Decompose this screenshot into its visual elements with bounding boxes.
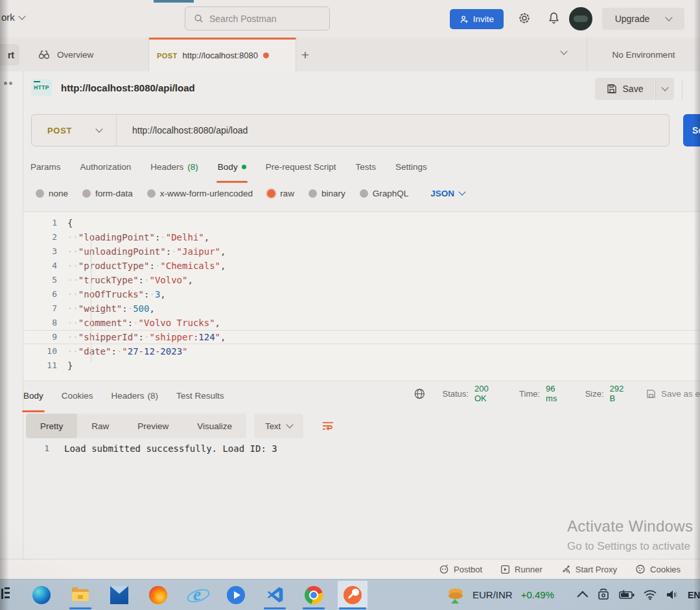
- view-raw[interactable]: Raw: [77, 414, 123, 438]
- mode-binary[interactable]: binary: [309, 187, 345, 200]
- save-as-example-button[interactable]: Save as e: [646, 389, 700, 399]
- taskbar-vscode[interactable]: [260, 581, 290, 609]
- tab-pre-request-script[interactable]: Pre-request Script: [266, 156, 336, 178]
- tab-headers[interactable]: Headers (8): [150, 156, 198, 178]
- view-pretty[interactable]: Pretty: [26, 414, 77, 438]
- mode-none[interactable]: none: [36, 187, 68, 200]
- code-line[interactable]: 1{: [23, 216, 700, 230]
- currency-ticker-icon[interactable]: [447, 587, 464, 604]
- request-body-editor[interactable]: 1{2··"loadingPoint":·"Delhi",3··"unloadi…: [23, 211, 700, 381]
- file-explorer-icon: [71, 586, 89, 604]
- taskbar-chrome[interactable]: [299, 581, 329, 609]
- mode-graphql[interactable]: GraphQL: [360, 187, 409, 200]
- url-input[interactable]: [117, 124, 669, 136]
- meet-now-icon[interactable]: [596, 589, 611, 602]
- code-line[interactable]: 6··"noOfTrucks":·3,: [23, 287, 700, 301]
- user-avatar[interactable]: [569, 7, 592, 30]
- code-line[interactable]: 3··"unloadingPoint":·"Jaipur",: [23, 244, 700, 259]
- tab-tests[interactable]: Tests: [355, 156, 376, 178]
- cookies-button[interactable]: Cookies: [635, 564, 681, 574]
- save-button[interactable]: Save: [595, 78, 655, 100]
- response-tab-cookies[interactable]: Cookies: [62, 384, 93, 407]
- currency-change[interactable]: +0.49%: [521, 589, 554, 600]
- sidebar-dots-handle[interactable]: [4, 82, 17, 87]
- postbot-button[interactable]: Postbot: [439, 564, 482, 574]
- code-line[interactable]: 5··"truckType":·"Volvo",: [23, 273, 700, 287]
- truncated-left-button[interactable]: rt: [0, 44, 19, 65]
- response-body[interactable]: 1 Load submitted successfully. Load ID: …: [23, 443, 277, 454]
- taskbar-edge[interactable]: [27, 581, 56, 609]
- chrome-icon: [305, 586, 323, 604]
- tray-expand-chevron[interactable]: [577, 591, 588, 602]
- view-visualize[interactable]: Visualize: [183, 414, 246, 438]
- wrap-text-button[interactable]: [316, 414, 340, 438]
- tab-body[interactable]: Body: [218, 156, 246, 178]
- speaker-icon[interactable]: [666, 589, 679, 600]
- response-tab-headers[interactable]: Headers (8): [111, 384, 159, 407]
- language-selector[interactable]: JSON: [430, 187, 465, 200]
- settings-gear-button[interactable]: [517, 11, 531, 25]
- search-input[interactable]: Search Postman: [185, 6, 330, 30]
- runner-button[interactable]: Runner: [500, 565, 542, 574]
- unsaved-changes-dot: [263, 53, 269, 58]
- line-number: 3: [23, 244, 57, 259]
- code-line[interactable]: 9··"shipperId":·"shipper:124",: [23, 330, 700, 344]
- request-tab-bar: rt Overview POST http://localhost:8080 +…: [0, 38, 700, 72]
- view-preview[interactable]: Preview: [123, 414, 183, 438]
- language-indicator[interactable]: ENG: [688, 590, 700, 600]
- mode-form-data[interactable]: form-data: [82, 187, 133, 200]
- vscode-icon: [266, 586, 284, 604]
- tab-active-request[interactable]: POST http://localhost:8080: [149, 38, 296, 71]
- truncated-taskbar-icon[interactable]: [1, 587, 12, 602]
- wifi-icon[interactable]: [643, 589, 657, 600]
- taskbar-file-explorer[interactable]: [65, 581, 95, 609]
- taskbar-movies-tv[interactable]: [221, 581, 251, 609]
- code-line[interactable]: 2··"loadingPoint":·"Delhi",: [23, 230, 700, 244]
- taskbar-firefox[interactable]: [143, 581, 173, 609]
- method-chevron-icon[interactable]: [95, 125, 102, 132]
- mode-raw[interactable]: raw: [267, 187, 294, 200]
- response-tab-body[interactable]: Body: [23, 384, 43, 407]
- url-bar: POST: [31, 114, 670, 147]
- format-selector[interactable]: Text: [254, 414, 303, 438]
- chevron-down-icon: [458, 188, 465, 195]
- taskbar-mail[interactable]: [104, 581, 134, 609]
- code-line-content: ··"truckType":·"Volvo",: [57, 273, 193, 287]
- invite-label: Invite: [473, 14, 494, 24]
- response-view-row: Pretty Raw Preview Visualize Text: [26, 414, 340, 438]
- radio-icon: [147, 189, 156, 198]
- currency-pair[interactable]: EUR/INR: [472, 589, 513, 600]
- tab-settings[interactable]: Settings: [395, 156, 427, 178]
- active-tab-underline: [216, 181, 248, 183]
- tab-params[interactable]: Params: [30, 156, 61, 178]
- save-options-button[interactable]: [655, 78, 674, 100]
- upgrade-button[interactable]: Upgrade: [602, 8, 684, 30]
- new-tab-button[interactable]: +: [297, 47, 314, 64]
- mail-icon: [110, 586, 128, 604]
- tab-overview[interactable]: Overview: [23, 38, 149, 71]
- start-proxy-button[interactable]: Start Proxy: [561, 564, 617, 574]
- response-tab-test-results[interactable]: Test Results: [176, 384, 224, 407]
- tab-list-chevron-icon[interactable]: [560, 47, 567, 54]
- taskbar-internet-explorer[interactable]: e: [182, 581, 212, 609]
- code-line[interactable]: 7··"weight":·500,: [23, 301, 700, 316]
- environment-selector[interactable]: No Environment: [587, 38, 700, 71]
- workspace-switcher[interactable]: ork: [1, 12, 25, 23]
- divider: [682, 79, 682, 99]
- tab-authorization[interactable]: Authorization: [80, 156, 132, 178]
- method-selector[interactable]: POST: [32, 126, 97, 135]
- code-line[interactable]: 4··"productType":·"Chemicals",: [23, 259, 700, 273]
- chevron-down-icon: [286, 421, 293, 428]
- mode-x-www-form-urlencoded[interactable]: x-www-form-urlencoded: [147, 187, 253, 200]
- code-line[interactable]: 8··"comment":·"Volvo Trucks",: [23, 316, 700, 330]
- globe-icon[interactable]: [414, 388, 426, 400]
- battery-icon[interactable]: [619, 590, 635, 600]
- app-header: ork Search Postman Invite: [0, 0, 700, 38]
- cookie-icon: [635, 564, 646, 574]
- invite-button[interactable]: Invite: [450, 9, 504, 29]
- code-line[interactable]: 10··"date":·"27-12-2023": [23, 344, 700, 358]
- notifications-button[interactable]: [547, 11, 561, 25]
- send-button[interactable]: Send: [683, 114, 700, 147]
- code-line[interactable]: 11}: [23, 358, 700, 373]
- taskbar-postman-active[interactable]: [338, 581, 368, 609]
